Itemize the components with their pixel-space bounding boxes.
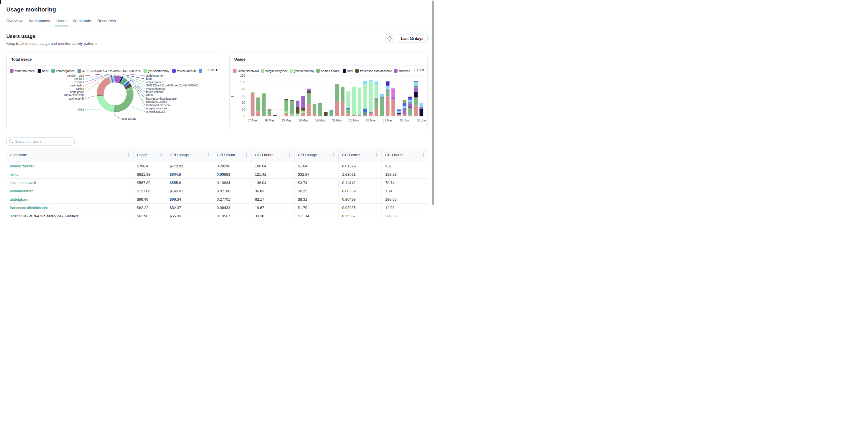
legend-next-icon[interactable]: ▶ bbox=[216, 68, 218, 71]
bar-segment-lightgreen[interactable] bbox=[408, 115, 412, 115]
sort-icon[interactable] bbox=[127, 153, 130, 158]
bar-segment-blue[interactable] bbox=[380, 94, 384, 94]
bar-segment-lightgreen[interactable] bbox=[262, 116, 266, 116]
bar-segment-teal[interactable] bbox=[330, 110, 333, 116]
sort-icon[interactable] bbox=[422, 153, 425, 158]
bar-segment-brown[interactable] bbox=[268, 110, 271, 110]
bar-segment-purple[interactable] bbox=[408, 104, 412, 107]
column-header-gpu-usage[interactable]: GPU usage bbox=[166, 148, 213, 162]
bar-segment-brown[interactable] bbox=[307, 91, 311, 93]
tab-resources[interactable]: Resources bbox=[95, 19, 119, 26]
bar-segment-lightgreen[interactable] bbox=[301, 111, 305, 113]
column-header-cpu-usage[interactable]: CPU usage bbox=[294, 148, 338, 162]
bar-segment-blue[interactable] bbox=[386, 85, 390, 87]
sort-icon[interactable] bbox=[207, 153, 210, 158]
bar-segment-mint[interactable] bbox=[369, 81, 373, 112]
donut-slice-ahmad.zaaza1[interactable] bbox=[115, 90, 134, 112]
bar-segment-green[interactable] bbox=[341, 87, 344, 102]
user-link[interactable]: francesco.dibaldassarre bbox=[10, 206, 50, 210]
user-link[interactable]: islam.elmetwalli bbox=[10, 181, 36, 185]
bar-segment-purple[interactable] bbox=[301, 96, 305, 108]
bar-segment-blue[interactable] bbox=[408, 98, 412, 100]
column-header-gpu-count[interactable]: GPU count bbox=[213, 148, 251, 162]
user-link[interactable]: abdelmoumen bbox=[10, 189, 33, 193]
bar-segment-sky[interactable] bbox=[408, 100, 412, 102]
bar-segment-slate[interactable] bbox=[414, 86, 417, 88]
user-link[interactable]: ahmad.zaaza1 bbox=[10, 164, 34, 168]
bar-segment-salmon[interactable] bbox=[296, 116, 299, 116]
bar-segment-green[interactable] bbox=[335, 84, 339, 101]
bar-segment-green[interactable] bbox=[313, 104, 316, 114]
bar-segment-sky[interactable] bbox=[375, 82, 378, 85]
bar-segment-navy[interactable] bbox=[420, 109, 423, 116]
bar-segment-purple[interactable] bbox=[307, 89, 311, 91]
bar-segment-purple[interactable] bbox=[296, 101, 299, 107]
bar-segment-green[interactable] bbox=[414, 98, 417, 105]
legend-item-convergaince[interactable]: convergaince bbox=[51, 69, 74, 73]
bar-segment-green[interactable] bbox=[290, 101, 294, 114]
bar-segment-navy[interactable] bbox=[397, 113, 401, 114]
bar-segment-green[interactable] bbox=[318, 103, 322, 116]
bar-segment-slate[interactable] bbox=[408, 102, 412, 104]
legend-item-youssefbannay[interactable]: youssefbannay bbox=[290, 69, 315, 73]
bar-segment-salmon[interactable] bbox=[301, 114, 305, 116]
bar-segment-green[interactable] bbox=[346, 110, 350, 114]
legend-item-badr[interactable]: badr bbox=[343, 69, 353, 73]
legend-item-3702122a-6d1d-479b-aed2-3f47594f9a2c[interactable]: 3702122a-6d1d-479b-aed2-3f47594f9a2c bbox=[78, 69, 141, 73]
bar-segment-indigo[interactable] bbox=[408, 97, 412, 98]
bar-segment-mint[interactable] bbox=[363, 84, 367, 108]
bar-segment-salmon[interactable] bbox=[392, 99, 395, 116]
bar-segment-sky[interactable] bbox=[397, 112, 401, 113]
legend-item-youssefbannay[interactable]: youssefbannay bbox=[144, 69, 169, 73]
tab-users[interactable]: Users bbox=[54, 19, 69, 26]
sort-icon[interactable] bbox=[245, 153, 248, 158]
bar-segment-blue[interactable] bbox=[363, 108, 367, 112]
bar-segment-indigo[interactable] bbox=[414, 82, 417, 83]
bar-segment-salmon[interactable] bbox=[375, 110, 378, 116]
donut-slice-islam.elmetwalli[interactable] bbox=[97, 77, 111, 95]
legend-item-ahmad.zaaza1[interactable]: ahmad.zaaza1 bbox=[316, 69, 341, 73]
column-header-cpu-hours[interactable]: CPU hours bbox=[381, 148, 428, 162]
bar-segment-salmon[interactable] bbox=[279, 116, 283, 116]
bar-segment-lightgreen[interactable] bbox=[290, 114, 294, 116]
bar-segment-green[interactable] bbox=[380, 98, 384, 116]
bar-segment-slate[interactable] bbox=[358, 116, 361, 116]
legend-item-abdelmo[interactable]: abdelmo bbox=[394, 69, 410, 73]
bar-segment-slate[interactable] bbox=[386, 90, 390, 90]
bar-segment-blue[interactable] bbox=[392, 98, 395, 99]
bar-segment-green[interactable] bbox=[262, 93, 266, 116]
bar-segment-lightgreen[interactable] bbox=[251, 92, 255, 93]
bar-segment-navy[interactable] bbox=[273, 115, 277, 116]
bar-segment-sky[interactable] bbox=[363, 81, 367, 84]
bar-segment-brown[interactable] bbox=[324, 112, 328, 116]
bar-segment-slate[interactable] bbox=[363, 112, 367, 116]
bar-segment-blue[interactable] bbox=[346, 108, 350, 110]
bar-segment-olive[interactable] bbox=[386, 85, 390, 85]
sort-icon[interactable] bbox=[332, 153, 335, 158]
bar-segment-salmon[interactable] bbox=[403, 114, 406, 116]
legend-item-abdelmoumen[interactable]: abdelmoumen bbox=[10, 69, 35, 73]
user-link[interactable]: nikita bbox=[10, 172, 19, 177]
bar-segment-sky[interactable] bbox=[414, 83, 417, 86]
bar-segment-salmon[interactable] bbox=[256, 112, 260, 116]
bar-segment-brown[interactable] bbox=[284, 99, 288, 100]
column-header-gpu-hours[interactable]: GPU hours bbox=[251, 148, 294, 162]
bar-segment-salmon[interactable] bbox=[369, 113, 373, 116]
bar-segment-mint[interactable] bbox=[358, 88, 361, 116]
tab-workspaces[interactable]: Workspaces bbox=[26, 19, 53, 26]
bar-segment-salmon[interactable] bbox=[386, 96, 390, 116]
bar-segment-mint[interactable] bbox=[352, 87, 355, 115]
bar-segment-lightgreen[interactable] bbox=[256, 111, 260, 111]
legend-prev-icon[interactable]: ◀ bbox=[207, 68, 209, 71]
bar-segment-brown[interactable] bbox=[290, 100, 294, 100]
bar-segment-brown[interactable] bbox=[296, 107, 299, 114]
sort-icon[interactable] bbox=[288, 153, 291, 158]
bar-segment-sky[interactable] bbox=[420, 103, 423, 107]
bar-segment-green[interactable] bbox=[375, 100, 378, 110]
bar-segment-green[interactable] bbox=[268, 110, 271, 115]
tab-workloads[interactable]: Workloads bbox=[70, 19, 94, 26]
bar-segment-orchid[interactable] bbox=[408, 96, 412, 97]
bar-segment-navy[interactable] bbox=[414, 92, 417, 98]
bar-segment-salmon[interactable] bbox=[341, 102, 344, 116]
refresh-button[interactable] bbox=[385, 34, 394, 43]
